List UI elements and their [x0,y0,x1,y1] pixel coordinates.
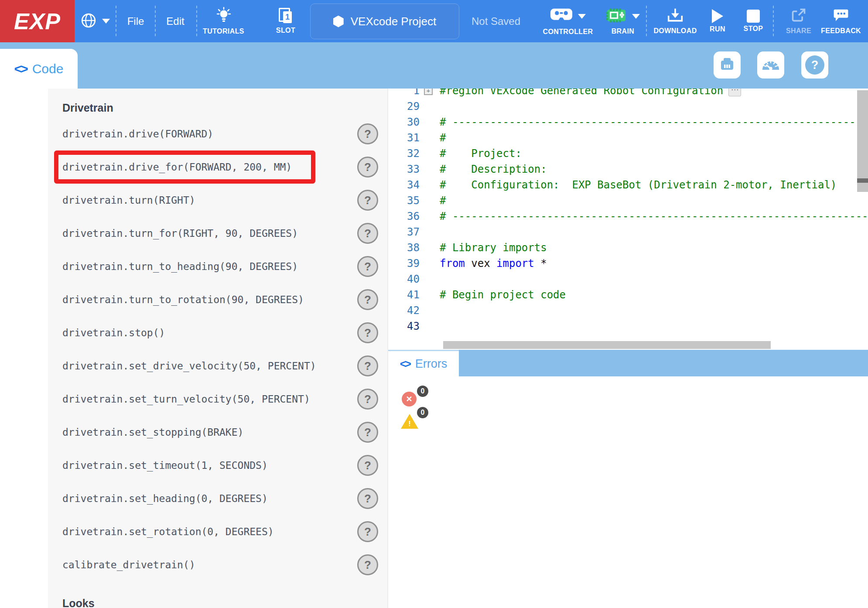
line-number: 40 [388,273,420,285]
code-line: 30 # -----------------------------------… [388,114,868,130]
command-row[interactable]: drivetrain.turn_to_heading(90, DEGREES) … [48,250,387,283]
command-text[interactable]: drivetrain.turn_for(RIGHT, 90, DEGREES) [62,228,298,239]
current-line-number: 43 [388,320,420,332]
warning-count-icon: ! [401,414,418,429]
toolbar-separator [196,6,197,36]
hexagon-icon [333,16,344,27]
toolbar-separator [155,6,156,36]
command-help-button[interactable]: ? [357,123,378,144]
code-line: 33 # Description: [388,161,868,177]
chevron-down-icon [102,19,110,24]
code-line: 40 [388,271,868,287]
command-row[interactable]: drivetrain.turn_for(RIGHT, 90, DEGREES) … [48,217,387,250]
line-number: 35 [388,195,420,207]
command-row[interactable]: calibrate_drivetrain() ? [48,548,387,581]
command-text[interactable]: drivetrain.turn_to_heading(90, DEGREES) [62,261,298,272]
command-row[interactable]: drivetrain.set_stopping(BRAKE) ? [48,416,387,449]
brain-button[interactable]: BRAIN [601,0,645,42]
command-text[interactable]: drivetrain.turn(RIGHT) [62,195,195,206]
command-text[interactable]: drivetrain.set_drive_velocity(50, PERCEN… [62,360,316,372]
file-menu[interactable]: File [123,0,149,42]
command-row[interactable]: drivetrain.turn(RIGHT) ? [48,184,387,217]
chevron-down-icon [632,14,640,19]
command-help-button[interactable]: ? [357,554,378,575]
run-button[interactable]: RUN [704,0,731,42]
share-button[interactable]: SHARE [785,0,813,42]
code-line: 42 [388,303,868,318]
command-text[interactable]: drivetrain.set_heading(0, DEGREES) [62,493,268,504]
folded-region-ellipsis[interactable]: … [728,89,741,96]
command-help-button[interactable]: ? [357,289,378,310]
lightbulb-icon [216,7,232,25]
line-number: 1 [388,89,420,97]
share-icon [791,7,806,25]
command-row[interactable]: drivetrain.stop() ? [48,316,387,349]
command-text[interactable]: drivetrain.set_timeout(1, SECONDS) [62,460,268,471]
command-text[interactable]: drivetrain.turn_to_rotation(90, DEGREES) [62,294,304,305]
command-help-button[interactable]: ? [357,389,378,410]
command-help-button[interactable]: ? [357,256,378,277]
command-text[interactable]: drivetrain.set_rotation(0, DEGREES) [62,526,274,537]
command-text[interactable]: drivetrain.set_turn_velocity(50, PERCENT… [62,393,310,405]
command-row[interactable]: drivetrain.set_drive_velocity(50, PERCEN… [48,349,387,383]
project-name-button[interactable]: VEXcode Project [310,3,459,39]
gauge-icon [762,58,780,73]
help-button[interactable]: ? [801,51,828,79]
gamepad-icon [550,7,573,26]
code-line: 1 + #region VEXcode Generated Robot Conf… [388,89,868,99]
command-row[interactable]: drivetrain.set_timeout(1, SECONDS) ? [48,449,387,482]
feedback-button[interactable]: FEEDBACK [820,0,862,42]
command-row[interactable]: drivetrain.set_turn_velocity(50, PERCENT… [48,383,387,416]
language-menu[interactable] [78,0,113,42]
download-button[interactable]: DOWNLOAD [652,0,698,42]
command-help-button[interactable]: ? [357,455,378,476]
question-mark-icon: ? [805,55,824,75]
dashboard-button[interactable] [757,51,784,79]
command-help-button[interactable]: ? [357,322,378,343]
line-number: 42 [388,304,420,317]
code-line-current: 43 [388,318,868,334]
edit-menu[interactable]: Edit [162,0,188,42]
fold-expand-icon[interactable]: + [424,89,433,95]
command-row-highlighted[interactable]: drivetrain.drive_for(FORWARD, 200, MM) ? [48,150,387,184]
controller-button[interactable]: CONTROLLER [537,0,598,42]
command-text[interactable]: drivetrain.drive_for(FORWARD, 200, MM) [62,161,292,173]
code-tab[interactable]: <> Code [0,49,78,89]
horizontal-scrollbar[interactable] [443,341,771,349]
code-line: 36 # -----------------------------------… [388,208,868,224]
errors-tab[interactable]: <> Errors [388,350,459,376]
error-count-icon: ✕ [402,392,417,406]
command-row[interactable]: drivetrain.set_rotation(0, DEGREES) ? [48,515,387,548]
slot-button[interactable]: 1 SLOT [267,0,304,42]
line-number: 34 [388,179,420,191]
top-toolbar: EXP File Edit TUTORIALS 1 SLOT VEXcode P… [0,0,868,42]
command-text[interactable]: drivetrain.drive(FORWARD) [62,128,213,140]
command-text[interactable]: drivetrain.stop() [62,327,165,338]
code-line: 34 # Configuration: EXP BaseBot (Drivetr… [388,177,868,193]
code-line-import: 39 from vex import * [388,256,868,271]
command-help-button[interactable]: ? [357,422,378,443]
code-line: 35 # [388,193,868,208]
brain-chip-icon [606,7,627,25]
command-help-button[interactable]: ? [357,488,378,509]
command-text[interactable]: calibrate_drivetrain() [62,559,195,570]
device-status-button[interactable] [714,51,741,79]
tutorials-button[interactable]: TUTORIALS [198,0,249,42]
command-help-button[interactable]: ? [357,157,378,178]
command-text[interactable]: drivetrain.set_stopping(BRAKE) [62,427,243,438]
stop-button[interactable]: STOP [740,0,766,42]
palette-section-title: Drivetrain [62,98,387,117]
command-help-button[interactable]: ? [357,521,378,542]
code-editor[interactable]: 1 + #region VEXcode Generated Robot Conf… [388,89,868,350]
command-row[interactable]: drivetrain.set_heading(0, DEGREES) ? [48,482,387,515]
toolbar-separator [773,6,774,36]
command-help-button[interactable]: ? [357,223,378,244]
command-help-button[interactable]: ? [357,355,378,376]
command-help-button[interactable]: ? [357,190,378,211]
line-number: 30 [388,116,420,128]
command-row[interactable]: drivetrain.turn_to_rotation(90, DEGREES)… [48,283,387,316]
command-row[interactable]: drivetrain.drive(FORWARD) ? [48,117,387,150]
vertical-scrollbar[interactable] [857,90,868,192]
line-number: 31 [388,132,420,144]
line-number: 38 [388,242,420,254]
